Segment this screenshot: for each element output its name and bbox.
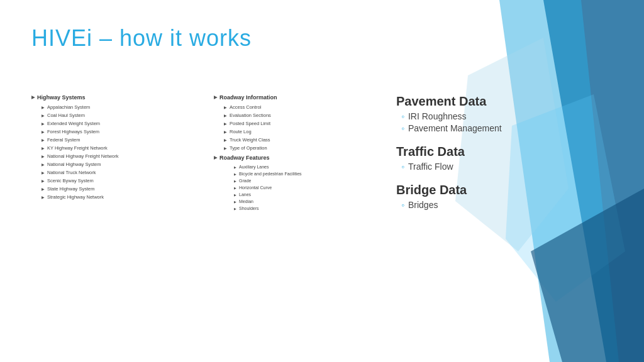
list-item: Route Log [224, 129, 384, 134]
right-panel-sections: Pavement DataIRI RoughnessPavement Manag… [396, 94, 535, 210]
list-item: Posted Speed Limit [224, 121, 384, 126]
left-columns: Highway Systems Appalachian SystemCoal H… [31, 94, 384, 221]
data-section-item: IRI Roughness [401, 111, 535, 121]
data-section-item: Bridges [401, 200, 535, 210]
list-item: KY Highway Freight Network [42, 145, 201, 151]
list-item: Type of Operation [224, 145, 384, 151]
data-section-item: Traffic Flow [401, 162, 535, 172]
list-item: Horizontal Curve [234, 185, 384, 190]
list-item: Lanes [234, 192, 384, 197]
list-item: Bicycle and pedestrian Facilities [234, 172, 384, 176]
data-section: Pavement DataIRI RoughnessPavement Manag… [396, 94, 535, 133]
list-item: Evaluation Sections [224, 112, 384, 118]
data-section-title: Pavement Data [396, 94, 535, 109]
list-item: Grade [234, 178, 384, 183]
column-roadway: Roadway Information Access ControlEvalua… [214, 94, 384, 221]
list-item: Forest Highways System [42, 129, 201, 134]
list-item: Strategic Highway Network [42, 194, 201, 200]
list-item: National Highway System [42, 162, 201, 167]
list-item: Auxiliary Lanes [234, 165, 384, 169]
data-section-item: Pavement Management [401, 123, 535, 133]
data-section-title: Traffic Data [396, 145, 535, 159]
list-item: Truck Weight Class [224, 137, 384, 143]
column-highway-systems: Highway Systems Appalachian SystemCoal H… [31, 94, 201, 221]
list-item: Shoulders [234, 206, 384, 211]
highway-systems-header: Highway Systems [31, 94, 201, 101]
list-item: National Truck Network [42, 170, 201, 175]
list-item: Access Control [224, 104, 384, 110]
list-item: Appalachian System [42, 104, 201, 110]
list-item: National Highway Freight Network [42, 153, 201, 159]
list-item: Scenic Byway System [42, 178, 201, 184]
roadway-features-header: Roadway Features [214, 155, 384, 161]
highway-items-list: Appalachian SystemCoal Haul SystemExtend… [31, 104, 201, 200]
list-item: Extended Weight System [42, 121, 201, 126]
page-title: HIVEi – how it works [31, 25, 252, 52]
list-item: Median [234, 199, 384, 204]
list-item: State Highway System [42, 186, 201, 192]
right-panel: Pavement DataIRI RoughnessPavement Manag… [396, 94, 535, 221]
list-item: Coal Haul System [42, 112, 201, 118]
roadway-items-list: Access ControlEvaluation SectionsPosted … [214, 104, 384, 151]
data-section-title: Bridge Data [396, 183, 535, 197]
data-section: Bridge DataBridges [396, 183, 535, 210]
content-area: Highway Systems Appalachian SystemCoal H… [31, 94, 631, 221]
roadway-info-header: Roadway Information [214, 94, 384, 101]
roadway-sub-items-list: Auxiliary LanesBicycle and pedestrian Fa… [214, 165, 384, 211]
data-section: Traffic DataTraffic Flow [396, 145, 535, 172]
list-item: Federal System [42, 137, 201, 143]
